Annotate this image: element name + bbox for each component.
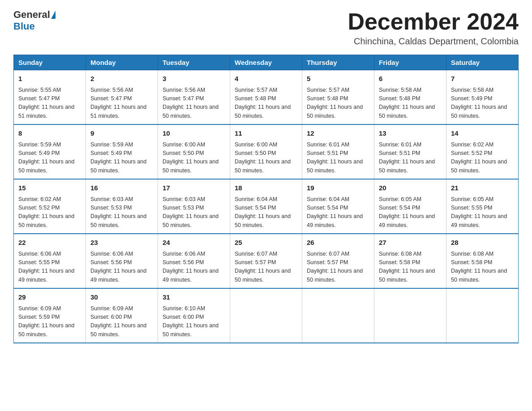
month-title: December 2024: [348, 9, 519, 34]
day-number: 24: [163, 238, 225, 248]
day-info: Sunrise: 6:07 AMSunset: 5:57 PMDaylight:…: [307, 250, 369, 285]
page-header: General Blue December 2024 Chinchina, Ca…: [13, 9, 519, 47]
calendar-week-row: 15Sunrise: 6:02 AMSunset: 5:52 PMDayligh…: [14, 179, 519, 234]
day-number: 9: [90, 128, 153, 139]
calendar-day-cell: 21Sunrise: 6:05 AMSunset: 5:55 PMDayligh…: [446, 179, 519, 234]
logo: General Blue: [13, 9, 56, 32]
calendar-day-cell: 26Sunrise: 6:07 AMSunset: 5:57 PMDayligh…: [302, 234, 374, 288]
title-block: December 2024 Chinchina, Caldas Departme…: [348, 9, 519, 47]
day-info: Sunrise: 6:05 AMSunset: 5:55 PMDaylight:…: [451, 195, 514, 230]
calendar-day-cell: 29Sunrise: 6:09 AMSunset: 5:59 PMDayligh…: [14, 288, 86, 343]
calendar-day-cell: 1Sunrise: 5:55 AMSunset: 5:47 PMDaylight…: [14, 70, 86, 125]
calendar-week-row: 8Sunrise: 5:59 AMSunset: 5:49 PMDaylight…: [14, 124, 519, 179]
calendar-day-cell: [230, 288, 302, 343]
day-info: Sunrise: 6:08 AMSunset: 5:58 PMDaylight:…: [451, 250, 514, 285]
calendar-day-cell: 30Sunrise: 6:09 AMSunset: 6:00 PMDayligh…: [86, 288, 158, 343]
day-number: 12: [307, 128, 369, 139]
calendar-day-cell: 16Sunrise: 6:03 AMSunset: 5:53 PMDayligh…: [86, 179, 158, 234]
day-info: Sunrise: 6:04 AMSunset: 5:54 PMDaylight:…: [307, 195, 369, 230]
day-info: Sunrise: 6:01 AMSunset: 5:51 PMDaylight:…: [379, 141, 442, 176]
calendar-week-row: 22Sunrise: 6:06 AMSunset: 5:55 PMDayligh…: [14, 234, 519, 288]
day-number: 22: [18, 238, 81, 248]
calendar-day-cell: [446, 288, 519, 343]
weekday-header-thursday: Thursday: [302, 55, 374, 70]
day-info: Sunrise: 6:06 AMSunset: 5:56 PMDaylight:…: [90, 250, 153, 285]
calendar-day-cell: 14Sunrise: 6:02 AMSunset: 5:52 PMDayligh…: [446, 124, 519, 179]
day-number: 10: [163, 128, 225, 139]
weekday-header-sunday: Sunday: [14, 55, 86, 70]
day-number: 23: [90, 238, 153, 248]
day-number: 19: [307, 183, 369, 193]
day-number: 18: [235, 183, 297, 193]
day-number: 16: [90, 183, 153, 193]
calendar-day-cell: 12Sunrise: 6:01 AMSunset: 5:51 PMDayligh…: [302, 124, 374, 179]
day-info: Sunrise: 5:59 AMSunset: 5:49 PMDaylight:…: [18, 141, 81, 176]
calendar-day-cell: 3Sunrise: 5:56 AMSunset: 5:47 PMDaylight…: [158, 70, 230, 125]
day-number: 30: [90, 292, 153, 303]
calendar-day-cell: 9Sunrise: 5:59 AMSunset: 5:49 PMDaylight…: [86, 124, 158, 179]
day-info: Sunrise: 6:09 AMSunset: 5:59 PMDaylight:…: [18, 304, 81, 339]
calendar-day-cell: 31Sunrise: 6:10 AMSunset: 6:00 PMDayligh…: [158, 288, 230, 343]
day-info: Sunrise: 5:55 AMSunset: 5:47 PMDaylight:…: [18, 86, 81, 121]
day-number: 21: [451, 183, 514, 193]
calendar-day-cell: 7Sunrise: 5:58 AMSunset: 5:49 PMDaylight…: [446, 70, 519, 125]
day-number: 15: [18, 183, 81, 193]
calendar-day-cell: 13Sunrise: 6:01 AMSunset: 5:51 PMDayligh…: [374, 124, 446, 179]
day-number: 2: [90, 74, 153, 84]
weekday-header-wednesday: Wednesday: [230, 55, 302, 70]
logo-blue-text: Blue: [13, 21, 35, 32]
calendar-day-cell: 18Sunrise: 6:04 AMSunset: 5:54 PMDayligh…: [230, 179, 302, 234]
day-info: Sunrise: 6:07 AMSunset: 5:57 PMDaylight:…: [235, 250, 297, 285]
day-info: Sunrise: 6:10 AMSunset: 6:00 PMDaylight:…: [163, 304, 225, 339]
calendar-day-cell: 6Sunrise: 5:58 AMSunset: 5:48 PMDaylight…: [374, 70, 446, 125]
day-info: Sunrise: 6:00 AMSunset: 5:50 PMDaylight:…: [163, 141, 225, 176]
calendar-day-cell: 19Sunrise: 6:04 AMSunset: 5:54 PMDayligh…: [302, 179, 374, 234]
day-info: Sunrise: 6:08 AMSunset: 5:58 PMDaylight:…: [379, 250, 442, 285]
weekday-header-monday: Monday: [86, 55, 158, 70]
day-info: Sunrise: 6:04 AMSunset: 5:54 PMDaylight:…: [235, 195, 297, 230]
calendar-day-cell: 4Sunrise: 5:57 AMSunset: 5:48 PMDaylight…: [230, 70, 302, 125]
calendar-week-row: 29Sunrise: 6:09 AMSunset: 5:59 PMDayligh…: [14, 288, 519, 343]
day-number: 17: [163, 183, 225, 193]
calendar-day-cell: [302, 288, 374, 343]
calendar-day-cell: 24Sunrise: 6:06 AMSunset: 5:56 PMDayligh…: [158, 234, 230, 288]
calendar-day-cell: 11Sunrise: 6:00 AMSunset: 5:50 PMDayligh…: [230, 124, 302, 179]
weekday-header-friday: Friday: [374, 55, 446, 70]
day-info: Sunrise: 5:58 AMSunset: 5:48 PMDaylight:…: [379, 86, 442, 121]
day-number: 7: [451, 74, 514, 84]
day-number: 28: [451, 238, 514, 248]
day-number: 27: [379, 238, 442, 248]
day-info: Sunrise: 6:06 AMSunset: 5:56 PMDaylight:…: [163, 250, 225, 285]
calendar-day-cell: 17Sunrise: 6:03 AMSunset: 5:53 PMDayligh…: [158, 179, 230, 234]
day-info: Sunrise: 5:59 AMSunset: 5:49 PMDaylight:…: [90, 141, 153, 176]
calendar-day-cell: 10Sunrise: 6:00 AMSunset: 5:50 PMDayligh…: [158, 124, 230, 179]
calendar-table: SundayMondayTuesdayWednesdayThursdayFrid…: [13, 55, 519, 343]
day-number: 1: [18, 74, 81, 84]
day-info: Sunrise: 5:56 AMSunset: 5:47 PMDaylight:…: [163, 86, 225, 121]
day-info: Sunrise: 5:58 AMSunset: 5:49 PMDaylight:…: [451, 86, 514, 121]
logo-triangle-icon: [51, 11, 56, 19]
day-info: Sunrise: 6:03 AMSunset: 5:53 PMDaylight:…: [163, 195, 225, 230]
day-number: 6: [379, 74, 442, 84]
calendar-day-cell: 25Sunrise: 6:07 AMSunset: 5:57 PMDayligh…: [230, 234, 302, 288]
day-number: 31: [163, 292, 225, 303]
calendar-day-cell: 22Sunrise: 6:06 AMSunset: 5:55 PMDayligh…: [14, 234, 86, 288]
day-number: 13: [379, 128, 442, 139]
calendar-day-cell: 8Sunrise: 5:59 AMSunset: 5:49 PMDaylight…: [14, 124, 86, 179]
weekday-header-tuesday: Tuesday: [158, 55, 230, 70]
day-info: Sunrise: 5:56 AMSunset: 5:47 PMDaylight:…: [90, 86, 153, 121]
day-info: Sunrise: 6:06 AMSunset: 5:55 PMDaylight:…: [18, 250, 81, 285]
day-number: 29: [18, 292, 81, 303]
day-info: Sunrise: 6:01 AMSunset: 5:51 PMDaylight:…: [307, 141, 369, 176]
day-number: 5: [307, 74, 369, 84]
day-number: 20: [379, 183, 442, 193]
day-number: 8: [18, 128, 81, 139]
day-info: Sunrise: 6:09 AMSunset: 6:00 PMDaylight:…: [90, 304, 153, 339]
day-number: 11: [235, 128, 297, 139]
calendar-day-cell: [374, 288, 446, 343]
calendar-week-row: 1Sunrise: 5:55 AMSunset: 5:47 PMDaylight…: [14, 70, 519, 125]
day-info: Sunrise: 6:03 AMSunset: 5:53 PMDaylight:…: [90, 195, 153, 230]
day-number: 14: [451, 128, 514, 139]
day-number: 4: [235, 74, 297, 84]
location-title: Chinchina, Caldas Department, Colombia: [348, 36, 519, 47]
